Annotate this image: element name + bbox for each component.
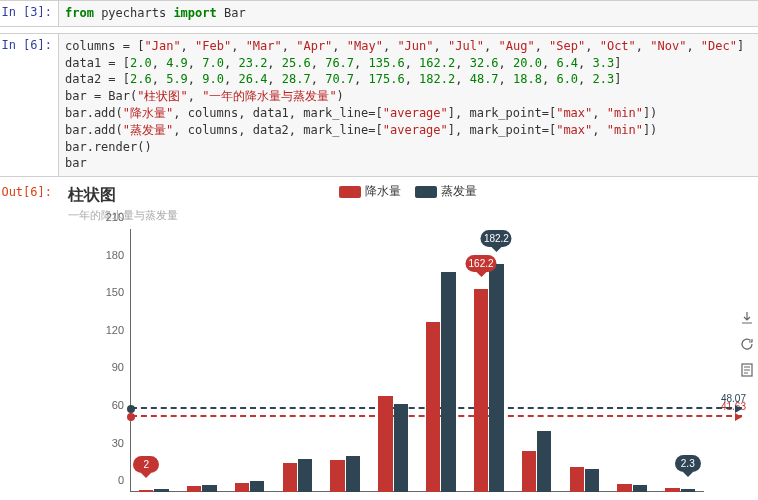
y-tick-label: 210 (62, 211, 124, 223)
chart-output-area: 降水量 蒸发量 柱状图 一年的降水量与蒸发量 41.6348.07 030609… (58, 181, 758, 500)
bar-蒸发量-Jul[interactable] (441, 272, 455, 492)
code-cell-in3: In [3]: from pyecharts import Bar (0, 0, 758, 27)
legend-label-series2: 蒸发量 (441, 183, 477, 200)
output-cell-out6: Out[6]: 降水量 蒸发量 柱状图 一年的降水量与蒸发量 41.6348.0… (0, 181, 758, 500)
markpoint-s1max[interactable]: 162.2 (466, 255, 497, 272)
markpoint-s2min[interactable]: 2.3 (675, 455, 701, 472)
prompt-out6: Out[6]: (0, 181, 58, 500)
chart-legend: 降水量 蒸发量 (339, 183, 477, 200)
bar-蒸发量-Jun[interactable] (394, 404, 408, 493)
legend-swatch-series1 (339, 186, 361, 198)
bar-降水量-Jul[interactable] (426, 322, 440, 492)
bar-降水量-Feb[interactable] (187, 486, 201, 492)
legend-swatch-series2 (415, 186, 437, 198)
bar-降水量-Sep[interactable] (522, 451, 536, 492)
bar-蒸发量-Jan[interactable] (154, 489, 168, 492)
bar-蒸发量-Dec[interactable] (681, 489, 695, 492)
plot-area: 41.6348.07 (130, 229, 704, 492)
bar-蒸发量-Nov[interactable] (633, 485, 647, 493)
y-tick-label: 0 (62, 474, 124, 486)
avg-arrow-avg2 (735, 405, 742, 413)
code-cell-in6: In [6]: columns = ["Jan", "Feb", "Mar", … (0, 33, 758, 177)
bar-蒸发量-May[interactable] (346, 456, 360, 492)
avg-arrow-avg1 (735, 413, 742, 421)
bar-降水量-Jun[interactable] (378, 396, 392, 492)
chart-canvas[interactable]: 41.6348.07 0306090120150180210JanFebMarA… (62, 229, 750, 500)
avg-label-avg2: 48.07 (721, 392, 746, 403)
bar-降水量-Mar[interactable] (235, 483, 249, 492)
y-tick-label: 30 (62, 437, 124, 449)
bar-降水量-Apr[interactable] (283, 463, 297, 492)
avg-start-dot-avg1 (127, 413, 135, 421)
chart-toolbox (738, 309, 756, 379)
markpoint-s2max[interactable]: 182.2 (481, 230, 512, 247)
markpoint-s1min[interactable]: 2 (133, 456, 159, 473)
avg-start-dot-avg2 (127, 405, 135, 413)
download-icon[interactable] (738, 309, 756, 327)
y-tick-label: 60 (62, 399, 124, 411)
bar-蒸发量-Feb[interactable] (202, 485, 216, 492)
bar-降水量-Dec[interactable] (665, 488, 679, 492)
prompt-in6: In [6]: (0, 34, 58, 176)
refresh-icon[interactable] (738, 335, 756, 353)
code-source-in3[interactable]: from pyecharts import Bar (58, 1, 758, 26)
bar-蒸发量-Aug[interactable] (489, 264, 503, 492)
bar-降水量-May[interactable] (330, 460, 344, 492)
y-tick-label: 120 (62, 324, 124, 336)
bar-蒸发量-Oct[interactable] (585, 469, 599, 493)
chart-subtitle: 一年的降水量与蒸发量 (68, 208, 750, 223)
bar-蒸发量-Apr[interactable] (298, 459, 312, 492)
legend-item-series1[interactable]: 降水量 (339, 183, 401, 200)
dataview-icon[interactable] (738, 361, 756, 379)
bar-降水量-Oct[interactable] (570, 467, 584, 492)
y-tick-label: 90 (62, 361, 124, 373)
prompt-in3: In [3]: (0, 1, 58, 26)
y-tick-label: 150 (62, 286, 124, 298)
code-source-in6[interactable]: columns = ["Jan", "Feb", "Mar", "Apr", "… (58, 34, 758, 176)
y-tick-label: 180 (62, 249, 124, 261)
bar-蒸发量-Mar[interactable] (250, 481, 264, 492)
bar-降水量-Aug[interactable] (474, 289, 488, 492)
legend-label-series1: 降水量 (365, 183, 401, 200)
bar-降水量-Jan[interactable] (139, 490, 153, 493)
bar-降水量-Nov[interactable] (617, 484, 631, 492)
legend-item-series2[interactable]: 蒸发量 (415, 183, 477, 200)
bar-蒸发量-Sep[interactable] (537, 431, 551, 492)
